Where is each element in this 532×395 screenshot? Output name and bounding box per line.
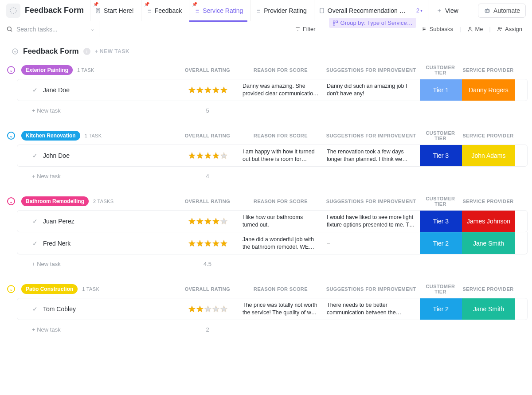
me-label: Me: [475, 26, 483, 32]
task-row[interactable]: ✓ Fred Nerk ★★★★★ Jane did a wonderful j…: [17, 232, 528, 254]
provider-cell[interactable]: John Adams: [462, 145, 515, 166]
new-task-button[interactable]: + NEW TASK: [95, 48, 129, 55]
tab-service-rating[interactable]: 📌 Service Rating: [189, 0, 247, 21]
col-suggestions: SUGGESTIONS FOR IMPROVEMENT: [323, 286, 419, 292]
suggestions-cell[interactable]: Danny did such an amazing job I don't ha…: [323, 79, 420, 101]
group-task-count: 2 TASKS: [93, 199, 113, 204]
chevron-down-icon[interactable]: [12, 48, 19, 55]
suggestions-cell[interactable]: –: [323, 232, 420, 254]
automate-button[interactable]: Automate: [478, 4, 526, 18]
check-icon[interactable]: ✓: [32, 86, 38, 94]
star-icon: ★: [204, 304, 212, 314]
provider-cell[interactable]: Jane Smith: [462, 298, 515, 320]
star-icon: ★: [196, 150, 204, 161]
tab-overall-recommendation[interactable]: Overall Recommendation …: [314, 0, 410, 21]
group-pill[interactable]: Exterior Painting: [21, 65, 73, 75]
tab-feedback[interactable]: 📌 Feedback: [141, 0, 186, 21]
svg-rect-7: [333, 21, 335, 23]
svg-point-0: [10, 8, 16, 14]
people-icon: [497, 26, 503, 32]
group-collapse-icon[interactable]: ⌄: [7, 285, 15, 293]
col-provider: SERVICE PROVIDER: [462, 199, 515, 204]
more-tabs-button[interactable]: 2 ▾: [413, 7, 426, 14]
assign-button[interactable]: Assign: [493, 24, 526, 34]
chevron-down-icon[interactable]: ⌄: [90, 26, 94, 32]
check-icon[interactable]: ✓: [32, 152, 38, 159]
check-icon[interactable]: ✓: [32, 305, 38, 313]
new-task-button[interactable]: + New task: [17, 326, 176, 333]
reason-cell[interactable]: The price was totally not worth the serv…: [239, 298, 323, 320]
reason-cell[interactable]: I am happy with how it turned out but th…: [239, 145, 323, 166]
group-task-count: 1 TASK: [77, 67, 94, 73]
tier-cell[interactable]: Tier 3: [420, 211, 462, 232]
pin-icon: 📌: [144, 2, 149, 7]
col-suggestions: SUGGESTIONS FOR IMPROVEMENT: [323, 133, 419, 138]
task-row[interactable]: ✓ Juan Perez ★★★★★ I like how our bathro…: [17, 210, 528, 232]
group-collapse-icon[interactable]: ⌄: [7, 66, 15, 74]
reason-cell[interactable]: Jane did a wonderful job with the bathro…: [239, 232, 323, 254]
svg-point-13: [12, 49, 18, 54]
rating-cell[interactable]: ★★★★★: [177, 211, 239, 232]
task-name: Fred Nerk: [43, 240, 70, 247]
filter-icon: [295, 26, 301, 32]
svg-point-4: [486, 11, 486, 11]
me-button[interactable]: Me: [464, 24, 487, 34]
rating-cell[interactable]: ★★★★★: [177, 79, 239, 101]
tier-cell[interactable]: Tier 1: [420, 79, 462, 101]
task-row[interactable]: ✓ Jane Doe ★★★★★ Danny was amazing. She …: [17, 79, 528, 101]
check-icon[interactable]: ✓: [32, 240, 38, 247]
tab-start-here[interactable]: 📌 Start Here!: [90, 0, 138, 21]
suggestions-cell[interactable]: I would have liked to see more light fix…: [323, 211, 420, 232]
search-input[interactable]: [16, 26, 78, 33]
svg-point-11: [498, 27, 500, 29]
filter-button[interactable]: Filter: [291, 24, 319, 34]
col-overall: OVERALL RATING: [176, 286, 239, 292]
tier-cell[interactable]: Tier 2: [420, 298, 462, 320]
tab-provider-rating[interactable]: Provider Rating: [250, 0, 311, 21]
new-task-button[interactable]: + New task: [17, 261, 176, 267]
list-icon: [146, 8, 152, 14]
reason-cell[interactable]: Danny was amazing. She provided clear co…: [239, 79, 323, 101]
task-row[interactable]: ✓ Tom Cobley ★★★★★ The price was totally…: [17, 298, 528, 320]
check-icon[interactable]: ✓: [32, 218, 38, 225]
tier-cell[interactable]: Tier 2: [420, 232, 462, 254]
assign-label: Assign: [505, 26, 522, 32]
task-name: Juan Perez: [43, 218, 74, 225]
provider-cell[interactable]: James Johnson: [462, 211, 515, 232]
subtasks-button[interactable]: Subtasks: [418, 24, 457, 34]
reason-cell[interactable]: I like how our bathrooms turned out.: [239, 211, 323, 232]
star-icon: ★: [196, 216, 204, 227]
view-label: View: [445, 7, 458, 14]
provider-cell[interactable]: Danny Rogers: [462, 79, 515, 101]
tier-cell[interactable]: Tier 3: [420, 145, 462, 166]
suggestions-cell[interactable]: The renovation took a few days longer th…: [323, 145, 420, 166]
task-name: Jane Doe: [43, 86, 70, 94]
app-icon[interactable]: [6, 4, 20, 18]
group-pill[interactable]: Patio Construction: [21, 284, 78, 294]
new-task-button[interactable]: + New task: [17, 173, 176, 180]
task-row[interactable]: ✓ John Doe ★★★★★ I am happy with how it …: [17, 145, 528, 167]
group-pill[interactable]: Kitchen Renovation: [21, 131, 80, 141]
add-view-button[interactable]: ＋ View: [432, 0, 463, 21]
provider-cell[interactable]: Jane Smith: [462, 232, 515, 254]
col-reason: REASON FOR SCORE: [239, 133, 323, 138]
doc-icon: [319, 8, 325, 14]
list-icon: [194, 8, 200, 14]
svg-rect-8: [336, 21, 337, 23]
group-collapse-icon[interactable]: ⌄: [7, 132, 15, 140]
col-tier: CUSTOMER TIER: [419, 284, 462, 294]
info-icon[interactable]: i: [83, 48, 90, 55]
star-icon: ★: [196, 304, 204, 314]
star-icon: ★: [212, 238, 220, 249]
new-task-button[interactable]: + New task: [17, 107, 176, 114]
star-icon: ★: [204, 150, 212, 161]
group-collapse-icon[interactable]: ⌄: [7, 197, 15, 205]
group-pill[interactable]: Bathroom Remodelling: [21, 196, 89, 206]
rating-cell[interactable]: ★★★★★: [177, 298, 239, 320]
star-icon: ★: [212, 216, 220, 227]
rating-cell[interactable]: ★★★★★: [177, 145, 239, 166]
suggestions-cell[interactable]: There needs to be better communication b…: [323, 298, 420, 320]
list-icon: [255, 8, 261, 14]
rating-cell[interactable]: ★★★★★: [177, 232, 239, 254]
star-icon: ★: [220, 85, 228, 95]
